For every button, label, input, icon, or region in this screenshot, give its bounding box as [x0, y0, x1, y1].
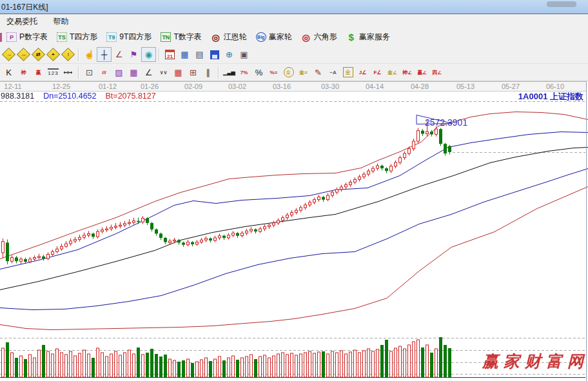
rays-tool-icon[interactable]: ∠ — [141, 65, 156, 80]
kline-chart-canvas[interactable] — [0, 92, 588, 381]
toolbar-button-label: 六角形 — [314, 32, 337, 43]
toolbar-button-6[interactable]: Big赢家轮 — [251, 30, 297, 44]
date-label: 01-26 — [141, 83, 159, 90]
wave-brain-tool-icon[interactable]: ◉ — [141, 47, 156, 62]
chart-right-border — [586, 81, 587, 381]
zoom-diamond-right-icon[interactable]: → — [1, 47, 16, 62]
calendar-icon[interactable]: 21 — [162, 47, 177, 62]
toolbar-button-1[interactable]: PP数字表 — [2, 30, 52, 44]
brush-tool-icon[interactable]: ✎ — [311, 65, 326, 80]
date-label: 12-25 — [52, 83, 70, 90]
toolbar-button-icon: $ — [346, 32, 357, 42]
gold-lines-tool-icon[interactable]: 金= — [296, 65, 311, 80]
crosshair-tool-icon[interactable]: ┼ — [97, 47, 112, 62]
toolbar-button-4[interactable]: TNT数字表 — [156, 30, 206, 44]
zoom-diamond-hfit-icon[interactable]: ↔ — [16, 47, 31, 62]
zoom-diamond-all-icon[interactable]: ↕ — [61, 47, 75, 62]
gold-circle-tool-icon[interactable]: 金 — [281, 65, 296, 80]
printer-icon[interactable]: ▣ — [237, 47, 251, 62]
menu-item-help[interactable]: 帮助 — [46, 14, 75, 29]
toolbar-button-label: P数字表 — [19, 32, 48, 43]
drawing-toolbar-row1: →↔⇄+↕☝┼∠⚑◉21▦▤⊕▣ — [0, 46, 588, 64]
gann-flag-tool-icon[interactable]: ⚑ — [126, 47, 141, 62]
trading-app-window: 01-167日K线] 交易委托 帮助 PP数字表TST四方形T99T四方形TNT… — [0, 0, 588, 381]
toolbar-button-label: T四方形 — [70, 32, 97, 43]
symbol-label: 1A0001 上证指数 — [518, 91, 583, 103]
toolbar-button-icon: TS — [57, 32, 67, 42]
zoom-diamond-compress-icon[interactable]: ⇄ — [31, 47, 46, 62]
watermark-logo: 赢家财富网 — [482, 351, 588, 372]
vee-wave-tool-icon[interactable]: ∨∨ — [156, 65, 171, 80]
k-pattern-tool-icon[interactable]: K — [1, 65, 16, 80]
fan-box-tool-icon[interactable]: ▨ — [112, 65, 126, 80]
toolbar-button-icon: T9 — [106, 32, 117, 42]
toolbar-button-8[interactable]: $赢家服务 — [342, 30, 395, 44]
toolbar-button-icon: P — [6, 32, 17, 42]
hand-tool-icon[interactable]: ☝ — [82, 47, 97, 62]
percent-tool-icon[interactable]: % — [251, 65, 266, 80]
window-title: 01-167日K线] — [1, 2, 48, 13]
percent-seven-tool-icon[interactable]: 7% — [237, 65, 251, 80]
status-value-bt: Bt=2075.8127 — [106, 92, 156, 101]
percent-lines-tool-icon[interactable]: %= — [266, 65, 281, 80]
toolbar-button-icon: TN — [161, 32, 171, 42]
drawing-toolbar-row2: K神赢123↤↦⊡///▨▦∠∨∨▦⊞∥▁▃▅7%%%=金金=✎~A金J∠F∠金… — [0, 64, 588, 81]
shen-tool-icon[interactable]: 神 — [16, 65, 31, 80]
f-angle-tool-icon[interactable]: F∠ — [370, 65, 385, 80]
toolbar-button-3[interactable]: T99T四方形 — [102, 30, 156, 44]
width-arrows-tool-icon[interactable]: ↤↦ — [61, 65, 75, 80]
red-fan-tool-icon[interactable]: /// — [97, 65, 112, 80]
grid-box-tool-icon[interactable]: ▦ — [126, 65, 141, 80]
toolbar-separator — [159, 48, 160, 61]
toolbar-separator — [78, 48, 79, 61]
angle-line-tool-icon[interactable]: ∠ — [112, 47, 126, 62]
notebook-icon[interactable]: ▤ — [192, 47, 207, 62]
gold-box-tool-icon[interactable]: 金 — [340, 65, 355, 80]
toolbar-button-icon: ◎ — [211, 32, 221, 42]
indicator-status-line: 988.3181 Dn=2510.4652 Bt=2075.8127 — [1, 92, 156, 101]
date-label: 02-09 — [184, 83, 202, 90]
save-icon[interactable] — [207, 47, 222, 62]
red-grid-tool-icon[interactable]: ▦ — [171, 65, 186, 80]
date-label: 12-11 — [4, 83, 21, 90]
export-globe-icon[interactable]: ⊕ — [222, 47, 237, 62]
shen-angle-tool-icon[interactable]: 神∠ — [400, 65, 415, 80]
toolbar-separator — [218, 66, 219, 79]
toolbar-separator — [78, 66, 79, 79]
status-value-dn: Dn=2510.4652 — [43, 92, 96, 101]
date-label: 01-12 — [99, 83, 117, 90]
date-axis: 12-1112-2501-1201-2602-0903-0203-1603-30… — [0, 81, 587, 92]
square-frame-tool-icon[interactable]: ⊡ — [82, 65, 97, 80]
toolbar-button-label: T数字表 — [173, 32, 201, 43]
parallel-lines-tool-icon[interactable]: ∥ — [201, 65, 215, 80]
calculator-icon[interactable]: ▦ — [177, 47, 192, 62]
date-label: 03-02 — [228, 83, 246, 90]
toolbar-button-2[interactable]: TST四方形 — [52, 30, 102, 44]
si-angle-tool-icon[interactable]: 四∠ — [429, 65, 444, 80]
wave-a-tool-icon[interactable]: ~A — [326, 65, 340, 80]
toolbar-button-7[interactable]: ◎六角形 — [297, 30, 342, 44]
date-label: 06-10 — [546, 83, 564, 90]
zoom-diamond-expand-icon[interactable]: + — [46, 47, 61, 62]
date-label: 05-27 — [502, 83, 520, 90]
window-titlebar[interactable]: 01-167日K线] — [0, 0, 588, 14]
toolbar-button-label: 江恩轮 — [224, 32, 247, 43]
window-controls[interactable] — [547, 1, 576, 7]
date-label: 04-28 — [411, 83, 429, 90]
j-angle-tool-icon[interactable]: J∠ — [355, 65, 370, 80]
date-label: 04-14 — [366, 83, 384, 90]
date-label: 03-30 — [321, 83, 339, 90]
toolbar-button-label: 赢家服务 — [359, 32, 390, 43]
toolbar-button-5[interactable]: ◎江恩轮 — [206, 30, 251, 44]
bar-123-tool-icon[interactable]: ▁▃▅ — [222, 65, 237, 80]
ruler-123-tool-icon[interactable]: 123 — [46, 65, 61, 80]
date-label: 05-13 — [456, 83, 475, 90]
toolbar-button-icon: ◎ — [301, 32, 311, 42]
menu-item-trade[interactable]: 交易委托 — [0, 14, 44, 29]
grid-arrow-tool-icon[interactable]: ⊞ — [186, 65, 201, 80]
ying-angle-tool-icon[interactable]: 赢∠ — [415, 65, 429, 80]
status-value-up: 988.3181 — [1, 92, 34, 101]
gold-angle-tool-icon[interactable]: 金∠ — [385, 65, 400, 80]
ying-tool-icon[interactable]: 赢 — [31, 65, 46, 80]
date-label: 03-16 — [273, 83, 291, 90]
